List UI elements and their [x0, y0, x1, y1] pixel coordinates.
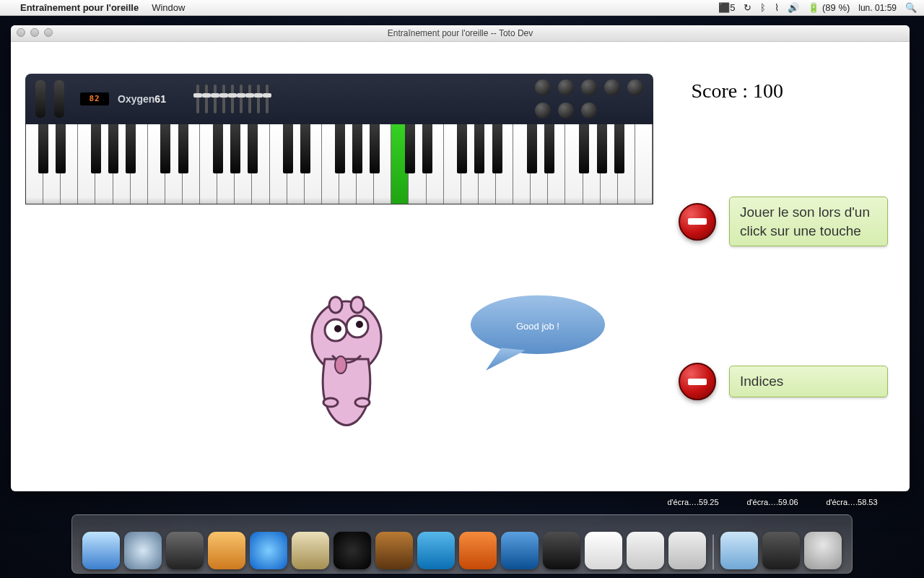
black-key[interactable]: [527, 124, 537, 173]
desktop-file-label[interactable]: d'écra….59.06: [740, 498, 805, 507]
dock-safari-icon[interactable]: [124, 532, 162, 569]
dock-finder-icon[interactable]: [82, 532, 120, 569]
battery-icon[interactable]: 🔋 (89 %): [808, 3, 850, 12]
dock-launchpad-icon[interactable]: [166, 532, 204, 569]
dock-gimp-icon[interactable]: [292, 532, 329, 569]
app-menu[interactable]: Entraînement pour l'oreille: [20, 2, 139, 13]
slider[interactable]: [266, 85, 269, 113]
black-key[interactable]: [56, 124, 66, 173]
knob[interactable]: [535, 103, 551, 118]
dock-powerpoint-icon[interactable]: [459, 532, 497, 569]
knob[interactable]: [581, 79, 597, 95]
keyboard-keys: [25, 124, 653, 204]
black-key[interactable]: [230, 124, 240, 173]
pitch-wheel[interactable]: [35, 80, 45, 118]
knob[interactable]: [535, 79, 551, 95]
black-key[interactable]: [178, 124, 188, 173]
score-label: Score :: [691, 79, 748, 102]
black-key[interactable]: [597, 124, 607, 173]
black-key[interactable]: [370, 124, 380, 173]
dock-app-icon[interactable]: [208, 532, 245, 569]
black-key[interactable]: [614, 124, 624, 173]
mascot-character: [296, 287, 397, 431]
clock[interactable]: lun. 01:59: [858, 3, 897, 13]
option-hints: Indices: [679, 363, 888, 400]
black-key[interactable]: [248, 124, 258, 173]
black-key[interactable]: [108, 124, 118, 173]
slider[interactable]: [248, 85, 251, 113]
dock-downloads-icon[interactable]: [720, 532, 758, 569]
keyboard-sliders: [196, 85, 269, 113]
black-key[interactable]: [126, 124, 136, 173]
wifi-icon[interactable]: ⌇: [775, 3, 779, 12]
keyboard-control-panel: 82 Oxygen61: [25, 74, 653, 124]
black-key[interactable]: [544, 124, 554, 173]
dock-xcode-icon[interactable]: [501, 532, 539, 569]
spotlight-icon[interactable]: 🔍: [905, 3, 917, 12]
dock-terminal-icon[interactable]: [543, 532, 580, 569]
timemachine-icon[interactable]: ↻: [744, 3, 751, 12]
black-key[interactable]: [352, 124, 362, 173]
knob[interactable]: [558, 79, 574, 95]
dock-folder-icon[interactable]: [762, 532, 800, 569]
svg-point-1: [329, 297, 342, 313]
menu-bar: Entraînement pour l'oreille Window ⬛5 ↻ …: [0, 0, 924, 16]
dock-itunes-icon[interactable]: [250, 532, 287, 569]
black-key[interactable]: [300, 124, 310, 173]
slider[interactable]: [222, 85, 225, 113]
window-menu[interactable]: Window: [152, 2, 185, 13]
knob[interactable]: [581, 103, 597, 118]
black-key[interactable]: [457, 124, 467, 173]
black-key[interactable]: [422, 124, 432, 173]
white-key[interactable]: [635, 124, 653, 204]
dock-app-icon[interactable]: [668, 532, 706, 569]
knob[interactable]: [604, 79, 620, 95]
black-key[interactable]: [283, 124, 293, 173]
slider[interactable]: [231, 85, 234, 113]
black-key[interactable]: [335, 124, 345, 173]
keyboard-brand: Oxygen61: [118, 94, 166, 104]
svg-point-5: [334, 325, 341, 332]
desktop-file-label[interactable]: d'écra….58.53: [819, 498, 884, 507]
score-display: Score : 100: [691, 81, 783, 101]
slider[interactable]: [240, 85, 243, 113]
dock-textedit-icon[interactable]: [585, 532, 622, 569]
slider[interactable]: [196, 85, 199, 113]
volume-icon[interactable]: 🔊: [788, 3, 799, 12]
black-key[interactable]: [579, 124, 589, 173]
dock: [71, 514, 853, 574]
zoom-button[interactable]: [44, 28, 53, 37]
black-key[interactable]: [213, 124, 223, 173]
dock-imovie-icon[interactable]: [334, 532, 371, 569]
desktop-file-label[interactable]: d'écra….59.25: [661, 498, 725, 507]
midi-keyboard: 82 Oxygen61: [25, 74, 653, 204]
black-key[interactable]: [91, 124, 101, 173]
dock-app-icon[interactable]: [627, 532, 664, 569]
dock-garageband-icon[interactable]: [375, 532, 413, 569]
dock-trash-icon[interactable]: [804, 532, 842, 569]
slider[interactable]: [214, 85, 217, 113]
option-play-on-click: Jouer le son lors d'un click sur une tou…: [679, 197, 888, 246]
dock-word-icon[interactable]: [417, 532, 455, 569]
dock-separator: [712, 535, 714, 569]
black-key[interactable]: [38, 124, 48, 173]
speech-bubble: Good job !: [455, 294, 621, 374]
bluetooth-icon[interactable]: ᛒ: [760, 3, 766, 12]
black-key[interactable]: [492, 124, 502, 173]
black-key[interactable]: [474, 124, 484, 173]
toggle-hints-button[interactable]: [679, 363, 716, 400]
black-key[interactable]: [405, 124, 415, 173]
mod-wheel[interactable]: [54, 80, 64, 118]
window-titlebar[interactable]: Entraînement pour l'oreille -- Toto Dev: [11, 25, 910, 42]
keyboard-lcd: 82: [80, 92, 109, 105]
minimize-button[interactable]: [30, 28, 39, 37]
toggle-play-sound-button[interactable]: [679, 203, 716, 241]
adobe-icon[interactable]: ⬛5: [718, 3, 735, 12]
slider[interactable]: [205, 85, 208, 113]
slider[interactable]: [257, 85, 260, 113]
close-button[interactable]: [17, 28, 25, 37]
knob[interactable]: [558, 103, 574, 118]
black-key[interactable]: [160, 124, 170, 173]
window-title: Entraînement pour l'oreille -- Toto Dev: [388, 28, 533, 38]
knob[interactable]: [627, 79, 643, 95]
